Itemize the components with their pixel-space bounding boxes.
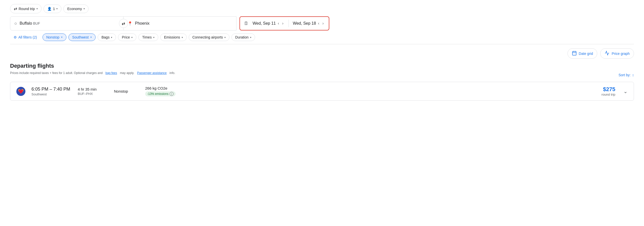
flight-times: 6:05 PM – 7:40 PM bbox=[31, 87, 72, 92]
date-picker[interactable]: 🗓 Wed, Sep 11 ‹ › Wed, Sep 18 ‹ › bbox=[239, 16, 329, 30]
destination-city: Phoenix bbox=[135, 21, 150, 26]
destination-icon: 📍 bbox=[128, 21, 133, 26]
flight-co2: 266 kg CO2e bbox=[145, 86, 185, 90]
flight-duration: 4 hr 35 min bbox=[78, 87, 108, 91]
section-title: Departing flights bbox=[10, 63, 634, 69]
return-next-button[interactable]: › bbox=[321, 21, 325, 26]
flight-price-section: $275 round trip bbox=[601, 86, 615, 96]
date-grid-button[interactable]: Date grid bbox=[568, 48, 597, 59]
bags-caret-icon: ▾ bbox=[111, 36, 112, 39]
prices-note: Prices include required taxes + fees for… bbox=[10, 71, 175, 75]
destination-section[interactable]: 📍 Phoenix bbox=[124, 17, 236, 30]
price-graph-label: Price graph bbox=[612, 52, 630, 56]
southwest-remove-icon[interactable]: × bbox=[90, 35, 92, 39]
price-caret-icon: ▾ bbox=[131, 36, 133, 39]
nonstop-filter-label: Nonstop bbox=[46, 35, 59, 39]
southwest-filter-label: Southwest bbox=[72, 35, 89, 39]
flight-card[interactable]: 6:05 PM – 7:40 PM Southwest 4 hr 35 min … bbox=[10, 82, 634, 101]
price-graph-icon bbox=[605, 51, 610, 56]
depart-prev-button[interactable]: ‹ bbox=[277, 21, 280, 26]
expand-button[interactable]: ⌄ bbox=[623, 88, 628, 94]
passenger-assistance-link[interactable]: Passenger assistance bbox=[137, 71, 167, 75]
cabin-button[interactable]: Economy ▾ bbox=[63, 5, 88, 13]
price-filter-button[interactable]: Price ▾ bbox=[118, 33, 136, 41]
top-bar: ⇄ Round trip ▾ 👤 1 ▾ Economy ▾ bbox=[0, 0, 644, 16]
duration-caret-icon: ▾ bbox=[250, 36, 251, 39]
date-grid-icon bbox=[572, 51, 577, 56]
flight-time-section: 6:05 PM – 7:40 PM Southwest bbox=[31, 87, 72, 96]
cabin-label: Economy bbox=[67, 7, 82, 11]
emissions-badge-text: -13% emissions bbox=[147, 92, 169, 96]
airline-logo bbox=[16, 87, 25, 96]
price-graph-button[interactable]: Price graph bbox=[600, 48, 634, 59]
emissions-caret-icon: ▾ bbox=[182, 36, 183, 39]
tools-row: Date grid Price graph bbox=[0, 44, 644, 63]
flight-price: $275 bbox=[601, 86, 615, 93]
date-grid-label: Date grid bbox=[579, 52, 593, 56]
search-box: ○ Buffalo BUF ⇄ 📍 Phoenix bbox=[10, 16, 236, 30]
flight-stops-section: Nonstop bbox=[114, 89, 139, 93]
emissions-info-icon[interactable]: i bbox=[170, 92, 174, 96]
depart-date: Wed, Sep 11 bbox=[253, 21, 276, 26]
flight-airline: Southwest bbox=[31, 92, 72, 96]
search-row: ○ Buffalo BUF ⇄ 📍 Phoenix 🗓 Wed, Sep 11 … bbox=[0, 16, 644, 30]
nonstop-filter-chip[interactable]: Nonstop × bbox=[43, 33, 66, 41]
title-note-row: Prices include required taxes + fees for… bbox=[10, 71, 634, 79]
filter-icon: ⚙ bbox=[14, 35, 17, 39]
bags-filter-button[interactable]: Bags ▾ bbox=[98, 33, 116, 41]
cabin-caret: ▾ bbox=[84, 7, 85, 10]
sort-button[interactable]: Sort by: ↕ bbox=[619, 73, 634, 77]
sort-icon: ↕ bbox=[632, 73, 634, 77]
date-divider bbox=[289, 20, 289, 27]
nonstop-remove-icon[interactable]: × bbox=[61, 35, 63, 39]
origin-section[interactable]: ○ Buffalo BUF bbox=[10, 17, 124, 30]
duration-filter-label: Duration bbox=[235, 35, 249, 39]
times-caret-icon: ▾ bbox=[153, 36, 154, 39]
emissions-filter-button[interactable]: Emissions ▾ bbox=[160, 33, 187, 41]
sort-label: Sort by: bbox=[619, 73, 631, 77]
swap-icon: ⇄ bbox=[122, 21, 125, 26]
filters-row: ⚙ All filters (2) Nonstop × Southwest × … bbox=[0, 30, 644, 44]
connecting-airports-filter-button[interactable]: Connecting airports ▾ bbox=[189, 33, 229, 41]
passengers-button[interactable]: 👤 1 ▾ bbox=[44, 5, 62, 13]
main-content: Departing flights Prices include require… bbox=[0, 63, 644, 101]
depart-date-section: Wed, Sep 11 ‹ › bbox=[253, 21, 285, 26]
swap-button[interactable]: ⇄ bbox=[119, 19, 128, 28]
trip-type-button[interactable]: ⇄ Round trip ▾ bbox=[10, 4, 42, 13]
return-date-section: Wed, Sep 18 ‹ › bbox=[293, 21, 325, 26]
southwest-filter-chip[interactable]: Southwest × bbox=[68, 33, 96, 41]
all-filters-label: All filters (2) bbox=[18, 35, 37, 39]
person-icon: 👤 bbox=[47, 7, 52, 11]
round-trip-icon: ⇄ bbox=[14, 6, 17, 11]
origin-icon: ○ bbox=[14, 21, 17, 26]
bag-fees-link[interactable]: bag fees bbox=[105, 71, 117, 75]
trip-type-caret: ▾ bbox=[36, 7, 38, 10]
emissions-badge: -13% emissions i bbox=[145, 91, 176, 96]
flight-duration-section: 4 hr 35 min BUF–PHX bbox=[78, 87, 108, 96]
flight-stops: Nonstop bbox=[114, 89, 139, 93]
origin-code: BUF bbox=[33, 21, 40, 25]
bags-filter-label: Bags bbox=[101, 35, 109, 39]
all-filters-button[interactable]: ⚙ All filters (2) bbox=[10, 34, 41, 41]
connecting-filter-label: Connecting airports bbox=[192, 35, 223, 39]
calendar-icon: 🗓 bbox=[244, 21, 249, 26]
connecting-caret-icon: ▾ bbox=[224, 36, 226, 39]
depart-next-button[interactable]: › bbox=[281, 21, 285, 26]
duration-filter-button[interactable]: Duration ▾ bbox=[231, 33, 255, 41]
price-filter-label: Price bbox=[122, 35, 130, 39]
origin-city: Buffalo bbox=[20, 21, 32, 26]
return-prev-button[interactable]: ‹ bbox=[317, 21, 320, 26]
flight-route: BUF–PHX bbox=[78, 92, 108, 96]
times-filter-button[interactable]: Times ▾ bbox=[138, 33, 158, 41]
flight-emissions-section: 266 kg CO2e -13% emissions i bbox=[145, 86, 185, 96]
svg-rect-0 bbox=[572, 51, 576, 55]
passengers-label: 1 bbox=[53, 7, 55, 11]
flight-price-label: round trip bbox=[601, 93, 615, 96]
passengers-caret: ▾ bbox=[56, 7, 58, 10]
emissions-filter-label: Emissions bbox=[164, 35, 180, 39]
trip-type-label: Round trip bbox=[19, 7, 35, 11]
times-filter-label: Times bbox=[142, 35, 152, 39]
return-date: Wed, Sep 18 bbox=[293, 21, 316, 26]
